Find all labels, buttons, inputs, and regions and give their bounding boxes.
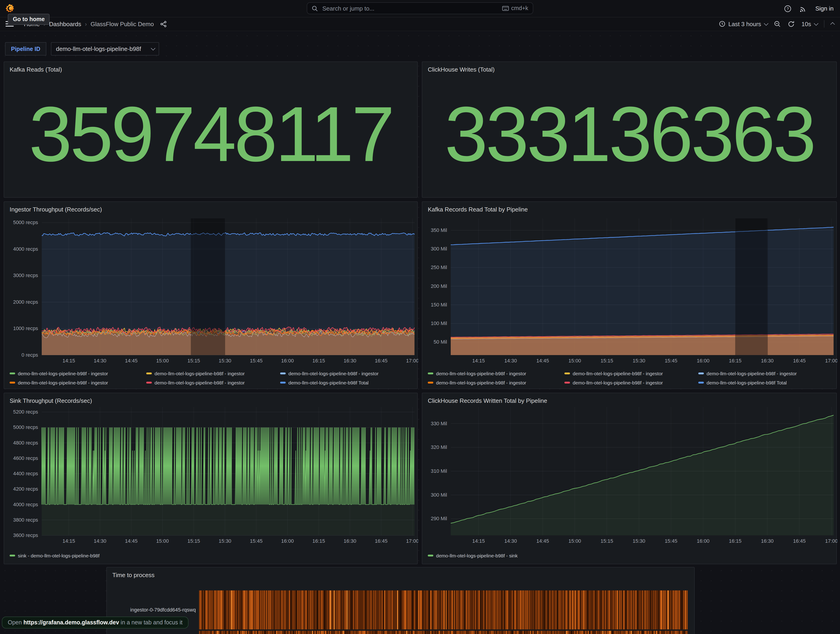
legend-label: sink - demo-llm-otel-logs-pipeline-b98f — [18, 553, 99, 558]
svg-text:4000 recps: 4000 recps — [13, 246, 38, 252]
svg-text:330 Mil: 330 Mil — [431, 421, 447, 427]
legend-item[interactable]: demo-llm-otel-logs-pipeline-b98f - inges… — [9, 371, 108, 376]
svg-text:14:45: 14:45 — [537, 358, 549, 364]
shortcut-label: cmd+k — [511, 5, 528, 11]
legend-label: demo-llm-otel-logs-pipeline-b98f - inges… — [436, 380, 526, 385]
zoom-out-icon[interactable] — [774, 21, 781, 27]
panel-title[interactable]: ClickHouse Records Written Total by Pipe… — [428, 397, 547, 404]
svg-text:15:45: 15:45 — [250, 358, 262, 364]
legend-item[interactable]: demo-llm-otel-logs-pipeline-b98f - inges… — [146, 380, 245, 385]
legend-item[interactable]: demo-llm-otel-logs-pipeline-b98f Total — [698, 380, 787, 385]
svg-text:300 Mil: 300 Mil — [431, 246, 447, 251]
legend-item[interactable]: demo-llm-otel-logs-pipeline-b98f Total — [280, 380, 369, 385]
sink-throughput-chart[interactable]: 3600 recps3800 recps4000 recps4200 recps… — [4, 404, 418, 555]
legend-item[interactable]: demo-llm-otel-logs-pipeline-b98f - inges… — [146, 371, 245, 376]
svg-text:15:30: 15:30 — [633, 538, 645, 544]
kafka-records-read-chart[interactable]: 50 Mil100 Mil150 Mil200 Mil250 Mil300 Mi… — [422, 215, 837, 371]
svg-text:320 Mil: 320 Mil — [431, 444, 447, 450]
svg-text:15:00: 15:00 — [156, 538, 169, 544]
share-icon[interactable] — [160, 21, 167, 27]
panel-title[interactable]: Kafka Records Read Total by Pipeline — [428, 206, 528, 213]
svg-text:3800 recps: 3800 recps — [13, 517, 38, 523]
svg-text:4600 recps: 4600 recps — [13, 455, 38, 461]
svg-text:16:30: 16:30 — [761, 358, 774, 364]
svg-text:4000 recps: 4000 recps — [13, 502, 38, 508]
svg-text:15:15: 15:15 — [188, 358, 200, 364]
svg-text:?: ? — [787, 6, 789, 11]
svg-text:300 Mil: 300 Mil — [431, 492, 447, 498]
svg-text:15:00: 15:00 — [156, 358, 169, 364]
panel-title[interactable]: Sink Throughput (Records/sec) — [9, 397, 92, 404]
legend-swatch — [564, 382, 570, 384]
legend-item[interactable]: demo-llm-otel-logs-pipeline-b98f - sink — [428, 553, 518, 558]
svg-text:5200 recps: 5200 recps — [13, 409, 38, 415]
legend-label: demo-llm-otel-logs-pipeline-b98f Total — [707, 380, 787, 385]
time-to-process-heatmap[interactable] — [107, 568, 695, 634]
legend-label: demo-llm-otel-logs-pipeline-b98f - inges… — [288, 371, 379, 376]
panel-title[interactable]: Ingestor Throughput (Records/sec) — [9, 206, 102, 213]
svg-text:16:00: 16:00 — [281, 538, 294, 544]
legend-label: demo-llm-otel-logs-pipeline-b98f - inges… — [155, 371, 245, 376]
svg-text:3000 recps: 3000 recps — [13, 272, 38, 278]
svg-text:16:45: 16:45 — [793, 358, 805, 364]
ingestor-throughput-chart[interactable]: 0 recps1000 recps2000 recps3000 recps400… — [4, 215, 418, 371]
legend-item[interactable]: demo-llm-otel-logs-pipeline-b98f - inges… — [9, 380, 108, 385]
svg-text:16:30: 16:30 — [344, 358, 356, 364]
svg-text:16:15: 16:15 — [313, 358, 325, 364]
news-rss-icon[interactable] — [800, 5, 807, 12]
go-to-home-tooltip: Go to home — [8, 14, 50, 25]
svg-text:15:15: 15:15 — [188, 538, 200, 544]
breadcrumb-bar: Home › Dashboards › GlassFlow Public Dem… — [0, 17, 840, 31]
legend-item[interactable]: sink - demo-llm-otel-logs-pipeline-b98f — [9, 553, 99, 558]
legend-swatch — [146, 373, 152, 374]
legend-item[interactable]: demo-llm-otel-logs-pipeline-b98f - inges… — [564, 371, 663, 376]
top-navbar: cmd+k ? Sign in — [0, 0, 840, 17]
variable-select-pipeline[interactable]: demo-llm-otel-logs-pipeline-b98f — [51, 42, 159, 55]
legend-item[interactable]: demo-llm-otel-logs-pipeline-b98f - inges… — [280, 371, 379, 376]
refresh-interval-picker[interactable]: 10s — [802, 21, 817, 27]
svg-text:3600 recps: 3600 recps — [13, 533, 38, 538]
clock-icon — [719, 21, 726, 27]
help-icon[interactable]: ? — [784, 5, 792, 12]
legend-item[interactable]: demo-llm-otel-logs-pipeline-b98f - inges… — [564, 380, 663, 385]
chevron-up-icon[interactable] — [831, 22, 835, 27]
svg-text:16:15: 16:15 — [729, 538, 741, 544]
search-input[interactable] — [321, 4, 498, 12]
legend-swatch — [428, 382, 433, 384]
svg-text:4400 recps: 4400 recps — [13, 471, 38, 476]
stat-value-kafka-reads: 359748117 — [4, 75, 417, 193]
clickhouse-records-written-chart[interactable]: 290 Mil300 Mil310 Mil320 Mil330 Mil14:15… — [422, 404, 837, 555]
legend-item[interactable]: demo-llm-otel-logs-pipeline-b98f - inges… — [698, 371, 797, 376]
svg-text:15:15: 15:15 — [600, 538, 613, 544]
global-search[interactable]: cmd+k — [307, 2, 533, 14]
breadcrumb-dashboards[interactable]: Dashboards — [49, 21, 81, 27]
panel-kafka-reads-total: Kafka Reads (Total) 359748117 — [4, 62, 418, 198]
svg-text:14:30: 14:30 — [94, 358, 106, 364]
chevron-down-icon — [764, 21, 769, 25]
sign-in-button[interactable]: Sign in — [815, 5, 834, 12]
svg-text:17:00: 17:00 — [406, 358, 418, 364]
panel-clickhouse-records-written: ClickHouse Records Written Total by Pipe… — [422, 393, 837, 564]
svg-text:14:15: 14:15 — [472, 538, 485, 544]
panel-title[interactable]: ClickHouse Writes (Total) — [428, 66, 494, 73]
refresh-icon[interactable] — [788, 21, 794, 27]
svg-text:15:45: 15:45 — [665, 538, 677, 544]
variable-label-pipeline-id[interactable]: Pipeline ID — [5, 42, 46, 55]
svg-text:14:30: 14:30 — [504, 358, 517, 364]
grafana-logo[interactable] — [5, 4, 15, 13]
time-range-label: Last 3 hours — [728, 21, 761, 27]
panel-title[interactable]: Kafka Reads (Total) — [9, 66, 62, 73]
breadcrumb-current: GlassFlow Public Demo — [90, 21, 154, 27]
svg-text:16:00: 16:00 — [281, 358, 294, 364]
divider — [824, 20, 824, 27]
legend-swatch — [9, 555, 15, 557]
svg-text:17:00: 17:00 — [825, 538, 837, 544]
time-range-picker[interactable]: Last 3 hours — [719, 21, 767, 27]
svg-text:15:45: 15:45 — [250, 538, 262, 544]
chevron-down-icon — [151, 46, 155, 51]
legend-item[interactable]: demo-llm-otel-logs-pipeline-b98f - inges… — [428, 380, 526, 385]
svg-text:16:45: 16:45 — [375, 358, 387, 364]
svg-text:16:00: 16:00 — [697, 358, 709, 364]
legend-item[interactable]: demo-llm-otel-logs-pipeline-b98f - inges… — [428, 371, 526, 376]
variable-value: demo-llm-otel-logs-pipeline-b98f — [56, 46, 141, 52]
